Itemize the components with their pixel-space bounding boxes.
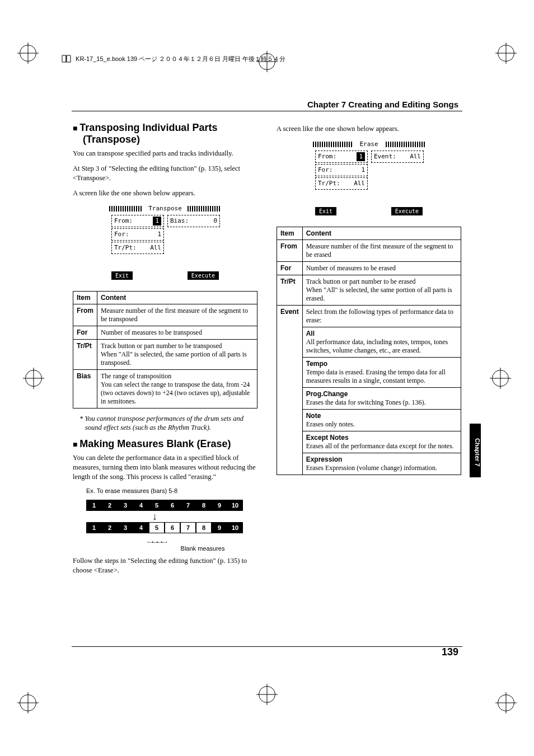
book-header-text: KR-17_15_e.book 139 ページ ２００４年１２月６日 月曜日 午… <box>76 55 285 62</box>
scr-from-row: From:1 <box>111 215 164 227</box>
table-row: For Number of measures to be erased <box>277 261 461 275</box>
fig-box-blank: 7 <box>180 522 196 533</box>
fig-box: 10 <box>227 500 243 511</box>
table-row: For Number of measures to be transposed <box>73 326 257 339</box>
scr-execute-btn: Execute <box>188 271 219 280</box>
fig-box-blank: 5 <box>149 522 165 533</box>
book-header-line: KR-17_15_e.book 139 ページ ２００４年１２月６日 月曜日 午… <box>62 55 285 64</box>
td-trpt-label: Tr/Pt <box>73 339 97 369</box>
right-column: A screen like the one shown below appear… <box>277 122 461 581</box>
scr-event-label: Event: <box>374 153 396 160</box>
scr-for-row: For:1 <box>111 228 164 241</box>
table-row: Item Content <box>73 291 257 304</box>
fig-box: 2 <box>102 522 118 533</box>
para-transpose-intro: You can transpose specified parts and tr… <box>73 149 257 158</box>
td-trpt-text2: When "All" is selected, the same portion… <box>306 286 452 302</box>
ev-expr-text: Erases Expression (volume change) inform… <box>306 464 437 472</box>
table-row: Event Select from the following types of… <box>277 305 461 327</box>
table-row: NoteErases only notes. <box>277 409 461 431</box>
ev-exn-head: Except Notes <box>306 434 349 442</box>
ev-expr-head: Expression <box>306 456 343 463</box>
fig-box-blank: 8 <box>196 522 212 533</box>
table-row: AllAll performance data, including notes… <box>277 327 461 357</box>
scr-execute-btn: Execute <box>391 207 423 215</box>
td-event-exnote: Except NotesErases all of the performanc… <box>302 431 461 453</box>
scr-event-val: All <box>410 152 421 161</box>
table-row: Except NotesErases all of the performanc… <box>277 431 461 453</box>
scr-from-val: 1 <box>357 152 365 161</box>
table-row: Item Content <box>277 227 461 240</box>
table-transpose: Item Content From Measure number of the … <box>73 291 257 408</box>
th-item: Item <box>277 227 303 240</box>
scr-exit-btn: Exit <box>315 207 336 215</box>
ev-all-text: All performance data, including notes, t… <box>306 338 448 354</box>
crop-mark-mid-right <box>492 370 509 387</box>
screenshot-transpose: Transpose From:1 For:1 Tr/Pt:All Bias:0 … <box>109 204 221 283</box>
scr-title: Erase <box>313 140 425 148</box>
scr-from-label: From: <box>318 153 336 160</box>
screenshot-erase: Erase From:1 For:1 Tr/Pt:All Event:All E… <box>313 139 425 219</box>
fig-box: 4 <box>133 500 149 511</box>
td-bias-text2: You can select the range to transpose th… <box>101 381 250 405</box>
scr-event-row: Event:All <box>371 151 424 163</box>
crop-mark-bottom-left <box>20 694 36 711</box>
table-row: Tr/Pt Track button or part number to be … <box>277 275 461 305</box>
td-from-text: Measure number of the first measure of t… <box>302 240 461 261</box>
td-for-label: For <box>277 261 303 275</box>
scr-bias-val: 0 <box>213 217 217 226</box>
fig-box: 4 <box>133 522 149 533</box>
scr-exit-btn: Exit <box>111 271 133 280</box>
td-bias-label: Bias <box>73 369 97 408</box>
th-item: Item <box>73 291 97 304</box>
fig-box: 9 <box>212 522 227 533</box>
header-rule <box>72 111 462 111</box>
scr-for-label: For: <box>114 231 129 238</box>
th-content: Content <box>302 227 461 240</box>
page: KR-17_15_e.book 139 ページ ２００４年１２月６日 月曜日 午… <box>0 0 534 756</box>
td-from-text: Measure number of the first measure of t… <box>97 304 257 326</box>
table-row: TempoTempo data is erased. Erasing the t… <box>277 357 461 387</box>
ev-note-head: Note <box>306 412 321 420</box>
ev-prog-text: Erases the data for switching Tones (p. … <box>306 398 426 406</box>
table-row: Prog.ChangeErases the data for switching… <box>277 387 461 409</box>
fig-box: 3 <box>118 500 133 511</box>
td-bias-text: The range of transposition You can selec… <box>97 369 257 408</box>
fig-box: 3 <box>118 522 133 533</box>
fig-blank-label: Blank measures <box>148 545 257 552</box>
scr-from-val: 1 <box>153 217 161 226</box>
scr-trpt-val: All <box>150 243 161 252</box>
footer-rule <box>72 646 462 647</box>
ev-tempo-head: Tempo <box>306 360 327 368</box>
down-arrow-icon: ↓ <box>152 513 257 520</box>
ev-note-text: Erases only notes. <box>306 420 355 428</box>
scr-trpt-val: All <box>354 179 365 188</box>
td-for-label: For <box>73 326 97 339</box>
td-trpt-label: Tr/Pt <box>277 275 303 305</box>
table-row: From Measure number of the first measure… <box>277 240 461 261</box>
para-erase-follow: Follow the steps in "Selecting the editi… <box>73 556 257 575</box>
td-for-text: Number of measures to be transposed <box>97 326 257 339</box>
crop-mark-bottom-center <box>259 686 275 703</box>
note-drumset: * You cannot transpose performances of t… <box>79 414 257 433</box>
ev-prog-head: Prog.Change <box>306 390 348 398</box>
fig-box: 5 <box>149 500 165 511</box>
table-row: Tr/Pt Track button or part number to be … <box>73 339 257 369</box>
scr-from-label: From: <box>114 217 133 224</box>
crop-mark-bottom-right <box>498 694 514 711</box>
th-content: Content <box>97 291 257 304</box>
td-from-label: From <box>73 304 97 326</box>
brace-icon: ⎵⎵⎵⎵ <box>148 535 257 545</box>
fig-row-after: 12345678910 <box>86 522 257 533</box>
chapter-header: Chapter 7 Creating and Editing Songs <box>307 100 458 109</box>
scr-from-row: From:1 <box>315 151 368 163</box>
fig-box: 2 <box>102 500 118 511</box>
scr-for-label: For: <box>318 166 333 173</box>
fig-box: 9 <box>212 500 227 511</box>
crop-mark-mid-left <box>25 370 42 387</box>
td-trpt-text1: Track button or part number to be transp… <box>101 342 222 350</box>
fig-box: 10 <box>227 522 243 533</box>
td-trpt-text: Track button or part number to be transp… <box>97 339 257 369</box>
scr-for-row: For:1 <box>315 164 368 176</box>
ev-exn-text: Erases all of the performance data excep… <box>306 442 454 450</box>
crop-mark-top-left <box>20 45 36 62</box>
